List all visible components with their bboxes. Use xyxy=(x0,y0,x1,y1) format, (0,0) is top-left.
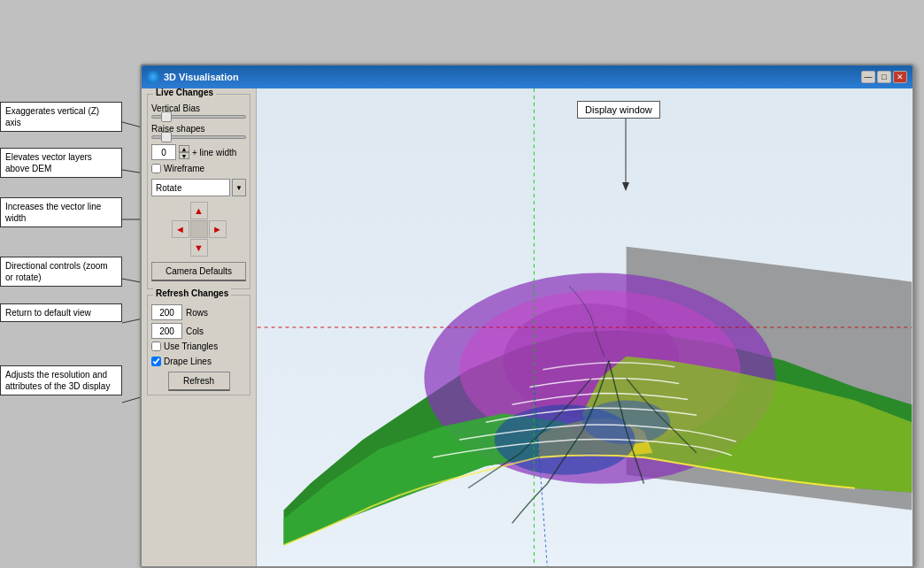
drape-lines-label: Drape Lines xyxy=(164,357,212,366)
maximize-button[interactable]: □ xyxy=(877,71,891,83)
line-width-label: + line width xyxy=(192,148,236,157)
annotation-increase-vector-width: Increases the vector line width xyxy=(0,197,122,227)
dir-right-button[interactable]: ► xyxy=(209,220,227,238)
cols-label: Cols xyxy=(186,326,204,336)
dir-up-button[interactable]: ▲ xyxy=(190,202,208,219)
live-changes-title: Live Changes xyxy=(153,88,216,97)
annotation-elevate-vector: Elevates vector layers above DEM xyxy=(0,148,122,178)
minimize-button[interactable]: — xyxy=(861,71,875,83)
live-changes-group: Live Changes Vertical Bias Raise shapes … xyxy=(147,94,250,289)
direction-controls: ▲ ◄ ► ▼ xyxy=(172,202,227,257)
cols-input[interactable] xyxy=(151,323,182,339)
title-bar: 3D Visualisation — □ ✕ xyxy=(142,65,912,88)
use-triangles-label: Use Triangles xyxy=(164,342,218,351)
dir-left-button[interactable]: ◄ xyxy=(172,220,189,238)
display-window-arrow xyxy=(621,119,630,194)
rows-label: Rows xyxy=(186,308,208,318)
refresh-changes-title: Refresh Changes xyxy=(153,288,231,298)
display-window-label: Display window xyxy=(577,101,660,119)
display-window-container: Display window xyxy=(577,101,660,194)
window-controls: — □ ✕ xyxy=(861,71,907,83)
dir-down-button[interactable]: ▼ xyxy=(190,239,208,257)
annotation-return-default: Return to default view xyxy=(0,303,122,322)
control-panel: Live Changes Vertical Bias Raise shapes … xyxy=(142,88,257,566)
dir-empty-bl xyxy=(172,239,189,257)
dir-empty-tr xyxy=(209,202,227,219)
refresh-changes-group: Refresh Changes Rows Cols Use Triangles xyxy=(147,295,250,395)
rows-input[interactable] xyxy=(151,304,182,320)
dir-empty-br xyxy=(209,239,227,257)
camera-defaults-button[interactable]: Camera Defaults xyxy=(151,262,246,281)
use-triangles-checkbox[interactable] xyxy=(151,342,161,351)
spin-up[interactable]: ▲ xyxy=(179,145,189,152)
dropdown-arrow-icon[interactable]: ▼ xyxy=(232,179,246,196)
window-title: 3D Visualisation xyxy=(164,72,239,82)
svg-point-16 xyxy=(582,400,670,444)
main-window: 3D Visualisation — □ ✕ Live Changes Vert… xyxy=(140,64,914,568)
vertical-bias-slider[interactable] xyxy=(151,115,246,119)
annotation-directional-controls: Directional controls (zoom or rotate) xyxy=(0,257,122,287)
app-icon xyxy=(147,71,159,83)
svg-marker-21 xyxy=(622,182,629,191)
refresh-button[interactable]: Refresh xyxy=(168,372,230,391)
line-width-input[interactable]: 0 xyxy=(151,144,176,160)
close-button[interactable]: ✕ xyxy=(893,71,907,83)
line-width-spinner[interactable]: ▲ ▼ xyxy=(179,145,189,159)
dir-center xyxy=(190,220,208,238)
spin-down[interactable]: ▼ xyxy=(179,152,189,159)
wireframe-checkbox[interactable] xyxy=(151,164,161,173)
annotation-adjust-resolution: Adjusts the resolution and attributes of… xyxy=(0,365,122,395)
annotation-exaggerate-z: Exaggerates vertical (Z) axis xyxy=(0,102,122,132)
drape-lines-checkbox[interactable] xyxy=(151,357,161,366)
wireframe-label: Wireframe xyxy=(164,164,204,173)
mode-dropdown[interactable]: Rotate Zoom xyxy=(151,179,230,196)
display-area: Display window xyxy=(257,88,912,566)
raise-shapes-slider[interactable] xyxy=(151,135,246,139)
dir-empty-tl xyxy=(172,202,189,219)
